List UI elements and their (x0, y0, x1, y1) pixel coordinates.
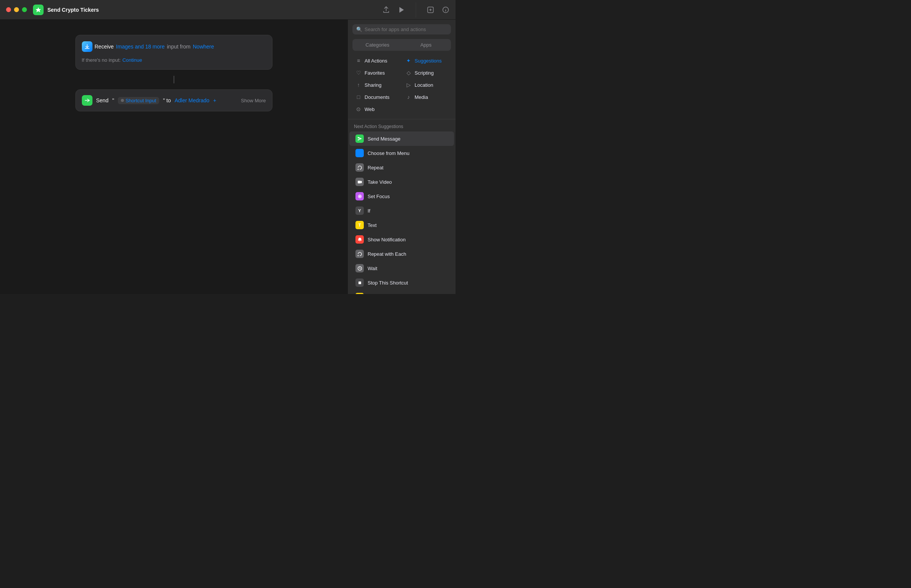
suggestion-repeat[interactable]: Repeat (349, 160, 454, 174)
category-favorites[interactable]: ♡ Favorites (352, 68, 401, 78)
repeat-with-each-icon (355, 250, 364, 258)
text-icon: T (355, 221, 364, 229)
category-web-label: Web (365, 107, 375, 112)
run-button[interactable] (397, 6, 405, 14)
pill-dot (121, 99, 124, 102)
svg-rect-3 (358, 181, 361, 183)
take-video-icon (355, 178, 364, 186)
category-all-actions-label: All Actions (365, 58, 387, 64)
share-button[interactable] (382, 6, 390, 14)
category-web[interactable]: ⊙ Web (352, 104, 401, 115)
web-icon: ⊙ (355, 106, 362, 112)
no-input-label: If there's no input: (82, 57, 121, 63)
wait-icon (355, 264, 364, 272)
suggestion-if[interactable]: Y If (349, 204, 454, 218)
documents-icon: □ (355, 94, 362, 100)
no-input-row: If there's no input: Continue (82, 57, 266, 63)
category-media-label: Media (415, 94, 428, 100)
if-icon: Y (355, 207, 364, 215)
canvas-scroll: Receive Images and 18 more input from No… (0, 20, 347, 294)
svg-rect-7 (359, 281, 361, 284)
category-location[interactable]: ▷ Location (402, 79, 451, 90)
svg-marker-0 (399, 7, 404, 13)
category-sharing-label: Sharing (365, 82, 381, 88)
main-content: Receive Images and 18 more input from No… (0, 20, 456, 294)
receive-card: Receive Images and 18 more input from No… (76, 35, 273, 70)
info-button[interactable] (442, 6, 449, 14)
close-button[interactable] (6, 7, 11, 12)
send-card: Send " Shortcut Input " to Adler Medrado… (76, 89, 273, 111)
svg-point-5 (359, 196, 360, 197)
receive-row: Receive Images and 18 more input from No… (82, 41, 266, 52)
tab-categories[interactable]: Categories (353, 40, 402, 50)
suggestion-stop-this-shortcut[interactable]: Stop This Shortcut (349, 275, 454, 290)
minimize-button[interactable] (14, 7, 19, 12)
set-focus-label: Set Focus (368, 194, 390, 199)
category-all-actions[interactable]: ≡ All Actions (352, 55, 401, 66)
search-bar: 🔍 (352, 24, 451, 34)
show-more-button[interactable]: Show More (235, 98, 272, 103)
search-input[interactable] (365, 26, 447, 32)
send-label: Send (96, 97, 109, 103)
category-suggestions-label: Suggestions (415, 58, 442, 64)
show-notification-icon (355, 235, 364, 244)
stop-shortcut-icon (355, 278, 364, 287)
suggestion-set-focus[interactable]: Set Focus (349, 189, 454, 204)
text-label: Text (368, 222, 377, 228)
add-shortcut-button[interactable] (427, 6, 434, 14)
send-quote-close: " to (163, 97, 171, 103)
tabs-row: Categories Apps (352, 39, 451, 51)
suggestion-repeat-with-each[interactable]: Repeat with Each (349, 247, 454, 261)
search-icon: 🔍 (356, 26, 362, 32)
category-location-label: Location (415, 82, 433, 88)
suggestion-send-message[interactable]: Send Message (349, 131, 454, 146)
send-recipient[interactable]: Adler Medrado (175, 97, 210, 103)
category-sharing[interactable]: ↑ Sharing (352, 79, 401, 90)
scripting-icon: ◇ (405, 70, 412, 76)
send-quote-open: " (112, 97, 114, 103)
if-label: If (368, 208, 370, 214)
category-documents[interactable]: □ Documents (352, 92, 401, 102)
send-add-btn[interactable]: + (213, 97, 216, 103)
suggestion-take-video[interactable]: Take Video (349, 174, 454, 189)
sidebar: 🔍 Categories Apps ≡ All Actions ✦ Sugges… (347, 20, 456, 294)
category-favorites-label: Favorites (365, 70, 384, 76)
repeat-icon (355, 163, 364, 171)
receive-input-from-value[interactable]: Nowhere (193, 44, 214, 50)
send-card-inner: Send " Shortcut Input " to Adler Medrado… (76, 90, 235, 111)
no-input-value[interactable]: Continue (123, 57, 142, 63)
category-media[interactable]: ♪ Media (402, 92, 451, 102)
send-message-icon (355, 134, 364, 143)
tab-apps[interactable]: Apps (402, 40, 450, 50)
suggestions-icon: ✦ (405, 58, 412, 64)
titlebar-actions (382, 2, 449, 18)
receive-input-from-label: input from (167, 44, 191, 50)
receive-icon (82, 41, 92, 52)
receive-input-types[interactable]: Images and 18 more (116, 44, 165, 50)
suggestion-wait[interactable]: Wait (349, 261, 454, 275)
suggestion-text[interactable]: T Text (349, 218, 454, 232)
titlebar-divider (416, 2, 416, 18)
choose-from-menu-icon (355, 149, 364, 157)
show-alert-icon (355, 293, 364, 294)
suggestion-show-alert[interactable]: Show Alert (349, 290, 454, 294)
location-icon: ▷ (405, 82, 412, 88)
wait-label: Wait (368, 266, 378, 271)
suggestion-choose-from-menu[interactable]: Choose from Menu (349, 146, 454, 160)
stop-shortcut-label: Stop This Shortcut (368, 280, 408, 286)
next-action-label: Next Action Suggestions (348, 121, 456, 131)
maximize-button[interactable] (22, 7, 27, 12)
receive-label: Receive (95, 44, 114, 50)
traffic-lights (6, 7, 27, 12)
sidebar-divider (348, 119, 456, 120)
choose-from-menu-label: Choose from Menu (368, 150, 410, 156)
category-documents-label: Documents (365, 94, 389, 100)
category-scripting[interactable]: ◇ Scripting (402, 68, 451, 78)
category-suggestions[interactable]: ✦ Suggestions (402, 55, 451, 66)
repeat-with-each-label: Repeat with Each (368, 251, 406, 257)
suggestion-show-notification[interactable]: Show Notification (349, 232, 454, 247)
app-icon (33, 5, 44, 15)
favorites-icon: ♡ (355, 70, 362, 76)
sharing-icon: ↑ (355, 82, 362, 88)
shortcut-input-pill[interactable]: Shortcut Input (118, 97, 159, 104)
